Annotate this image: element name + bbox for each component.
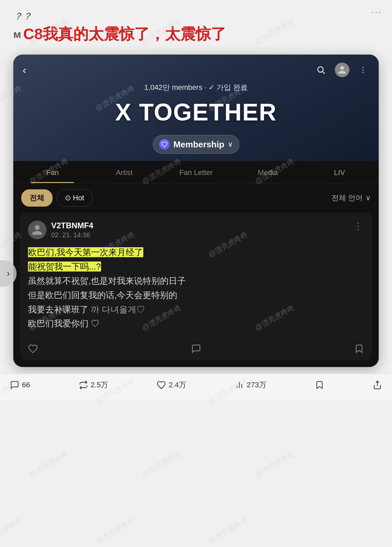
post-area: V2TBNMF4 02. 21. 14:36 ⋮ 欧巴们,我今天第一次来月经了 … <box>13 213 379 367</box>
toolbar-retweet[interactable]: 2.5万 <box>79 380 108 390</box>
post-line-1: 欧巴们,我今天第一次来月经了 <box>28 247 143 257</box>
membership-icon <box>159 139 170 150</box>
post-body: 欧巴们,我今天第一次来月经了 能祝贺我一下吗...? 虽然就算不祝贺,也是对我来… <box>28 245 364 331</box>
back-button[interactable]: ‹ <box>23 64 26 76</box>
like-count: 2.4万 <box>169 380 186 390</box>
member-info: 1,042만 members · ✓ 가입 완료 <box>13 83 379 92</box>
svg-line-1 <box>323 72 325 74</box>
tab-fan-letter[interactable]: Fan Letter <box>160 161 232 183</box>
filter-left: 전체 ⊙ Hot <box>21 189 92 207</box>
post-line-4: 但是欧巴们回复我的话,今天会更特别的 <box>28 290 177 300</box>
post-author: V2TBNMF4 02. 21. 14:36 <box>28 221 93 239</box>
hero-section: ‹ ⋮ 1,042만 members <box>13 55 379 161</box>
post-card: V2TBNMF4 02. 21. 14:36 ⋮ 欧巴们,我今天第一次来月经了 … <box>20 213 372 360</box>
comment-count: 66 <box>22 381 30 389</box>
bottom-toolbar: 66 2.5万 2.4万 273万 <box>0 374 392 400</box>
post-line-3: 虽然就算不祝贺,也是对我来说特别的日子 <box>28 276 186 286</box>
post-footer <box>28 338 364 354</box>
user-avatar[interactable] <box>335 63 349 77</box>
post-line-korean: 까 다녀올게♡ <box>91 304 145 314</box>
like-button[interactable] <box>28 344 38 354</box>
search-icon[interactable] <box>315 64 327 76</box>
filter-language[interactable]: 전체 언어 ∨ <box>331 193 371 203</box>
chart-icon <box>235 380 244 390</box>
question-marks: ？？ <box>13 10 379 23</box>
hero-topbar: ‹ ⋮ <box>13 55 379 83</box>
membership-button[interactable]: Membership ∨ <box>153 135 239 154</box>
bookmark-icon <box>315 380 324 390</box>
bookmark-button[interactable] <box>354 344 364 354</box>
retweet-icon <box>79 380 88 390</box>
comment-icon <box>10 380 19 390</box>
views-count: 273万 <box>247 380 266 390</box>
top-annotation: ？？ м C8我真的太震惊了，太震惊了 <box>0 0 392 55</box>
post-header: V2TBNMF4 02. 21. 14:36 ⋮ <box>28 221 364 239</box>
svg-point-0 <box>318 67 323 72</box>
toolbar-bookmark[interactable] <box>315 380 324 390</box>
post-line-6: 欧巴们我爱你们 ♡ <box>28 318 99 328</box>
filter-bar: 전체 ⊙ Hot 전체 언어 ∨ <box>13 183 379 213</box>
hot-icon: ⊙ <box>65 194 71 202</box>
toolbar-share[interactable] <box>373 380 382 390</box>
comment-button[interactable] <box>191 344 201 354</box>
filter-all-button[interactable]: 전체 <box>21 189 53 207</box>
heart-icon <box>157 380 166 390</box>
membership-chevron: ∨ <box>228 140 233 148</box>
app-card: ‹ ⋮ 1,042만 members <box>13 55 379 367</box>
toolbar-comment[interactable]: 66 <box>10 380 30 390</box>
toolbar-views[interactable]: 273万 <box>235 380 266 390</box>
tab-fan[interactable]: Fan <box>17 161 88 183</box>
tabs-section: Fan Artist Fan Letter Media LIV <box>13 161 379 183</box>
headline-prefix: м <box>13 28 21 41</box>
post-time: 02. 21. 14:36 <box>51 231 93 239</box>
post-line-5: 我要去补课班了 <box>28 304 88 314</box>
tab-live[interactable]: LIV <box>304 161 375 183</box>
hot-label: Hot <box>73 194 84 202</box>
post-line-2: 能祝贺我一下吗...? <box>28 262 101 272</box>
tab-media[interactable]: Media <box>232 161 304 183</box>
filter-hot-button[interactable]: ⊙ Hot <box>57 189 92 207</box>
headline-text: C8我真的太震惊了，太震惊了 <box>23 24 226 45</box>
share-icon <box>373 380 382 390</box>
chevron-down-icon: ∨ <box>365 194 371 202</box>
post-more-button[interactable]: ⋮ <box>352 221 364 232</box>
post-author-info: V2TBNMF4 02. 21. 14:36 <box>51 221 93 239</box>
community-title: X TOGETHER <box>13 95 379 129</box>
membership-label: Membership <box>173 139 224 150</box>
headline: м C8我真的太震惊了，太震惊了 <box>13 24 379 45</box>
toolbar-like[interactable]: 2.4万 <box>157 380 186 390</box>
hero-content: ‹ ⋮ 1,042만 members <box>13 55 379 154</box>
post-username: V2TBNMF4 <box>51 221 93 230</box>
retweet-count: 2.5万 <box>91 380 108 390</box>
more-icon[interactable]: ⋮ <box>357 64 369 76</box>
post-avatar <box>28 221 47 239</box>
tab-artist[interactable]: Artist <box>88 161 160 183</box>
hero-nav-right: ⋮ <box>315 63 369 77</box>
language-label: 전체 언어 <box>331 193 363 203</box>
